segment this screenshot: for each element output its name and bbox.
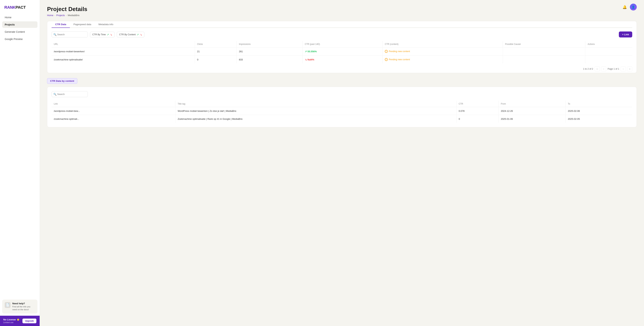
col-ctr-content: CTR (content)	[383, 41, 503, 47]
sidebar-item-projects[interactable]: Projects	[2, 21, 38, 28]
ctr-toolbar: 🔍 CTR By Time ↗ ↘ CTR By Content ↗ ↘ + L…	[52, 31, 632, 37]
tab-pagespeed[interactable]: Pagespeed data	[70, 21, 95, 28]
content-search-icon: 🔍	[54, 93, 56, 96]
license-info: No License ⭐ Limited use	[3, 318, 20, 324]
row2-clicks: 0	[195, 55, 236, 64]
ctr-by-content-button[interactable]: CTR By Content ↗ ↘	[117, 32, 144, 37]
ctr-negative-icon: ↘ NaN%	[305, 58, 380, 61]
content-row2-to: 2025-02-05	[566, 115, 632, 123]
ctr-positive-icon: ↗ 55.556%	[305, 50, 380, 53]
col-possible-causer: Possible Causer	[503, 41, 585, 47]
help-subtitle: Find all the info you need on the docs!	[12, 305, 35, 311]
col-actions: Actions	[585, 41, 632, 47]
ctr-by-content-card: 🔍 Link Title tag CTR From To /wo	[47, 87, 637, 127]
search-icon: 🔍	[54, 33, 56, 36]
sidebar-item-generate-content[interactable]: Generate Content	[2, 28, 38, 35]
content-table: Link Title tag CTR From To /wordpress-mo…	[52, 101, 632, 123]
page-title: Project Details	[47, 6, 637, 12]
content-search-wrap: 🔍	[52, 91, 88, 97]
sidebar: RANKPACT Home Projects Generate Content …	[0, 0, 40, 326]
notification-bell-icon[interactable]: 🔔	[622, 5, 627, 9]
ctr-search-wrap: 🔍	[52, 31, 88, 37]
logo: RANKPACT	[0, 0, 40, 14]
table-row: /zoekmachine-optimalisatie/ 0 833 ↘ NaN%…	[52, 55, 632, 64]
table-row: /zoekmachine-optimali... Zoekmachine opt…	[52, 115, 632, 123]
pending-icon-2: !	[385, 58, 388, 61]
tabs-container: CTR Data Pagespeed data Metadata info 🔍 …	[47, 21, 637, 73]
pagination-summary: 1 to 2 of 2	[583, 68, 593, 70]
content-row1-title: WordPress mobiel bewerken | Zo doe je da…	[176, 107, 456, 115]
help-title: Need help?	[12, 302, 35, 305]
row1-url: /wordpress-mobiel-bewerken/	[52, 47, 195, 55]
content-row1-from: 2024-12-26	[498, 107, 566, 115]
logo-pact: PACT	[16, 5, 26, 9]
ctr-search-input[interactable]	[52, 31, 88, 37]
page-last-button[interactable]: »	[627, 66, 632, 71]
sidebar-item-google-preview[interactable]: Google Preview	[2, 36, 38, 42]
row2-ctr-14d: ↘ NaN%	[302, 55, 382, 64]
ctr-data-section: 🔍 CTR By Time ↗ ↘ CTR By Content ↗ ↘ + L…	[52, 28, 632, 73]
upgrade-button[interactable]: Upgrade	[22, 319, 36, 323]
row1-causer	[503, 47, 585, 55]
table-row: /wordpress-mobiel-bew... WordPress mobie…	[52, 107, 632, 115]
page-first-button[interactable]: «	[594, 66, 600, 71]
content-row1-link: /wordpress-mobiel-bew...	[52, 107, 176, 115]
ctr-by-content-section: CTR Data by content 🔍 Link Title tag CTR…	[47, 78, 637, 127]
col-link: Link	[52, 101, 176, 107]
content-toolbar: 🔍	[52, 91, 632, 97]
sidebar-nav: Home Projects Generate Content Google Pr…	[0, 14, 40, 298]
sidebar-item-home[interactable]: Home	[2, 14, 38, 21]
ctr-by-content-label: CTR Data by content	[47, 78, 77, 84]
pending-badge-2: ! Pending new content	[385, 58, 500, 61]
row1-clicks: 21	[195, 47, 236, 55]
tab-metadata[interactable]: Metadata info	[95, 21, 117, 28]
pending-badge: ! Pending new content	[385, 50, 500, 53]
avatar[interactable]: 👤	[630, 3, 637, 10]
page-next-button[interactable]: ›	[621, 66, 626, 71]
tab-ctr-data[interactable]: CTR Data	[52, 21, 70, 28]
main-tabs: CTR Data Pagespeed data Metadata info	[52, 21, 632, 28]
breadcrumb-projects[interactable]: Projects	[56, 14, 65, 17]
pagination: 1 to 2 of 2 « ‹ Page 1 of 1 › »	[52, 63, 632, 71]
main-content: 🔔 👤 Project Details Home - Projects - Me…	[40, 0, 644, 326]
license-bar: No License ⭐ Limited use Upgrade	[0, 316, 40, 326]
content-row2-title: Zoekmachine optimalisatie | Rank op #1 i…	[176, 115, 456, 123]
content-row1-ctr: 0.078	[456, 107, 499, 115]
table-row: /wordpress-mobiel-bewerken/ 21 261 ↗ 55.…	[52, 47, 632, 55]
license-subtitle: Limited use	[3, 321, 20, 324]
help-text: Need help? Find all the info you need on…	[12, 302, 35, 311]
row1-actions	[585, 47, 632, 55]
page-label: Page 1 of 1	[608, 68, 619, 70]
ctr-content-down-icon: ↘	[140, 33, 142, 36]
breadcrumb-home[interactable]: Home	[47, 14, 54, 17]
col-impressions: Impressions	[236, 41, 302, 47]
add-link-button[interactable]: + Link	[619, 31, 632, 37]
row2-impressions: 833	[236, 55, 302, 64]
ctr-content-up-icon: ↗	[137, 33, 139, 36]
ctr-time-up-icon: ↗	[107, 33, 109, 36]
content-search-input[interactable]	[52, 91, 88, 97]
col-to: To	[566, 101, 632, 107]
help-box: 📄 Need help? Find all the info you need …	[2, 300, 38, 314]
help-icon: 📄	[5, 302, 10, 308]
breadcrumb: Home - Projects - MediabBrix	[47, 14, 637, 17]
top-header: 🔔 👤	[622, 3, 637, 10]
row2-actions	[585, 55, 632, 64]
row1-ctr-content: ! Pending new content	[383, 47, 503, 55]
row1-impressions: 261	[236, 47, 302, 55]
content-row2-ctr: 0	[456, 115, 499, 123]
content-row2-from: 2025-01-06	[498, 115, 566, 123]
row1-ctr-14d: ↗ 55.556%	[302, 47, 382, 55]
page-prev-button[interactable]: ‹	[601, 66, 606, 71]
row2-causer	[503, 55, 585, 64]
row2-ctr-content: ! Pending new content	[383, 55, 503, 64]
col-from: From	[498, 101, 566, 107]
ctr-time-down-icon: ↘	[110, 33, 112, 36]
col-url: URL	[52, 41, 195, 47]
content-row1-to: 2025-02-06	[566, 107, 632, 115]
row2-url: /zoekmachine-optimalisatie/	[52, 55, 195, 64]
content-row2-link: /zoekmachine-optimali...	[52, 115, 176, 123]
ctr-by-time-button[interactable]: CTR By Time ↗ ↘	[90, 32, 114, 37]
logo-rank: RANK	[4, 5, 16, 9]
license-title: No License ⭐	[3, 318, 20, 321]
